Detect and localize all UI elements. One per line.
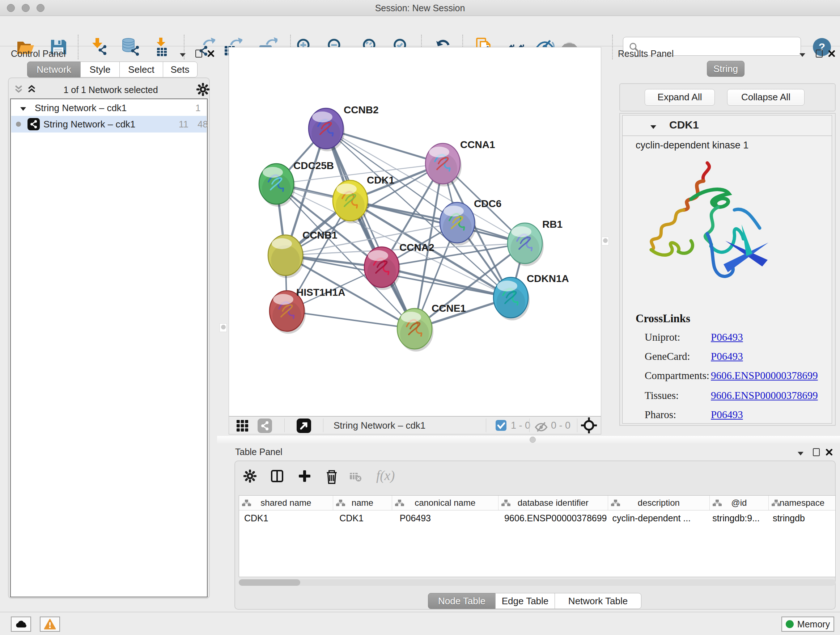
table-hscrollbar-thumb[interactable] bbox=[239, 579, 300, 586]
network-node-ccnb1[interactable] bbox=[268, 235, 304, 278]
node-label-ccna1: CCNA1 bbox=[460, 139, 495, 150]
tab-network[interactable]: Network bbox=[27, 62, 81, 78]
crosslink-pharos-link[interactable]: P06493 bbox=[711, 409, 743, 421]
network-node-ccna2[interactable] bbox=[364, 247, 401, 290]
control-panel-close-icon[interactable] bbox=[208, 50, 214, 57]
status-bar bbox=[0, 612, 840, 635]
cell-description[interactable]: cyclin-dependent ... bbox=[607, 510, 707, 526]
selected-checkbox-icon[interactable] bbox=[496, 420, 507, 431]
table-panel-menu-icon[interactable] bbox=[798, 450, 804, 454]
automation-cloud-button[interactable] bbox=[11, 616, 31, 632]
result-gene-name[interactable]: CDK1 bbox=[669, 119, 699, 131]
results-panel-title: Results Panel bbox=[618, 49, 674, 59]
tab-network-table[interactable]: Network Table bbox=[554, 593, 641, 609]
control-panel-float-icon[interactable] bbox=[195, 50, 202, 57]
toolbar-separator bbox=[612, 35, 613, 59]
tree-root-label[interactable]: String Network – cdk1 bbox=[35, 100, 126, 116]
control-panel-tabs: Network Style Select Sets bbox=[27, 62, 197, 78]
crosslink-label: GeneCard: bbox=[645, 350, 690, 363]
table-options-gear-icon[interactable] bbox=[243, 469, 257, 483]
import-network-from-database-icon[interactable] bbox=[120, 37, 140, 57]
network-node-cdc6[interactable] bbox=[440, 203, 476, 245]
network-edge[interactable] bbox=[326, 128, 415, 329]
table-hscrollbar-track[interactable] bbox=[239, 579, 836, 586]
tree-child-label[interactable]: String Network – cdk1 bbox=[43, 116, 135, 133]
network-node-cdkn1a[interactable] bbox=[493, 277, 530, 320]
current-network-title: String Network – cdk1 bbox=[333, 416, 425, 434]
column-header[interactable]: database identifier bbox=[499, 496, 608, 510]
cdk1-collapse-icon[interactable] bbox=[651, 124, 656, 127]
network-view-type-icon[interactable] bbox=[257, 418, 272, 433]
splitter-dot-icon bbox=[530, 437, 536, 443]
tab-sets[interactable]: Sets bbox=[163, 62, 197, 78]
show-columns-icon[interactable] bbox=[271, 470, 284, 483]
delete-column-icon[interactable] bbox=[325, 469, 339, 484]
cell-shared-name[interactable]: CDK1 bbox=[239, 510, 332, 526]
node-label-ccne1: CCNE1 bbox=[431, 302, 466, 314]
column-header[interactable]: description bbox=[608, 496, 710, 510]
results-panel-float-icon[interactable] bbox=[816, 50, 823, 57]
network-options-gear-icon[interactable] bbox=[196, 82, 210, 96]
results-panel-close-icon[interactable] bbox=[829, 50, 835, 57]
tree-child-node-count: 11 bbox=[179, 116, 188, 133]
window-title: Session: New Session bbox=[0, 0, 840, 16]
column-header[interactable]: shared name bbox=[239, 496, 333, 510]
network-canvas-frame: CCNB2CCNA1CDC25BCDK1CDC6RB1CCNB1CCNA2CDK… bbox=[229, 47, 601, 416]
memory-label: Memory bbox=[797, 619, 830, 630]
node-label-rb1: RB1 bbox=[542, 219, 562, 230]
network-node-ccna1[interactable] bbox=[425, 143, 462, 187]
cell-canonical-name[interactable]: P06493 bbox=[395, 510, 499, 526]
table-panel-close-icon[interactable] bbox=[826, 449, 832, 455]
network-edge[interactable] bbox=[287, 311, 415, 329]
table-panel-float-icon[interactable] bbox=[813, 448, 820, 456]
column-header[interactable]: name bbox=[333, 496, 392, 510]
network-node-rb1[interactable] bbox=[508, 223, 544, 266]
network-node-ccne1[interactable] bbox=[397, 309, 433, 352]
warnings-button[interactable] bbox=[40, 616, 60, 632]
horizontal-splitter[interactable] bbox=[217, 436, 840, 443]
crosslink-label: Compartments: bbox=[645, 370, 709, 382]
import-network-icon[interactable] bbox=[88, 37, 108, 57]
column-header[interactable]: @id bbox=[710, 496, 769, 510]
crosslink-genecard-link[interactable]: P06493 bbox=[711, 350, 743, 363]
expand-all-networks-icon[interactable] bbox=[27, 85, 36, 93]
hidden-eye-icon[interactable] bbox=[535, 421, 548, 432]
collapse-all-networks-icon[interactable] bbox=[14, 85, 23, 93]
tab-string[interactable]: String bbox=[707, 61, 745, 77]
crosslink-compartments-link[interactable]: 9606.ENSP00000378699 bbox=[711, 370, 818, 382]
tab-select[interactable]: Select bbox=[119, 62, 163, 78]
column-header[interactable]: canonical name bbox=[392, 496, 499, 510]
network-node-ccnb2[interactable] bbox=[309, 108, 345, 151]
memory-button[interactable]: Memory bbox=[782, 616, 834, 632]
cell-database-identifier[interactable]: 9606.ENSP00000378699 bbox=[499, 510, 607, 526]
tab-node-table[interactable]: Node Table bbox=[428, 593, 496, 609]
tab-style[interactable]: Style bbox=[80, 62, 120, 78]
grid-view-icon[interactable] bbox=[236, 419, 249, 432]
collapse-all-button[interactable]: Collapse All bbox=[727, 89, 805, 106]
tab-edge-table[interactable]: Edge Table bbox=[495, 593, 555, 609]
control-panel-menu-icon[interactable] bbox=[180, 52, 186, 55]
cell-id[interactable]: stringdb:9... bbox=[707, 510, 767, 526]
protein-structure-image bbox=[633, 152, 782, 295]
tree-expand-icon[interactable] bbox=[20, 106, 26, 109]
results-panel-menu-icon[interactable] bbox=[799, 52, 805, 55]
import-table-icon[interactable] bbox=[151, 37, 171, 57]
cell-namespace[interactable]: stringdb bbox=[767, 510, 835, 526]
add-column-icon[interactable] bbox=[298, 470, 311, 483]
crosslink-tissues-link[interactable]: 9606.ENSP00000378699 bbox=[711, 390, 818, 402]
crosshair-icon[interactable] bbox=[581, 417, 597, 433]
cell-name[interactable]: CDK1 bbox=[332, 510, 395, 526]
birdseye-view-icon[interactable] bbox=[297, 418, 311, 433]
main-toolbar: ? bbox=[0, 16, 840, 46]
expand-all-button[interactable]: Expand All bbox=[645, 89, 715, 106]
table-header-row: shared name name canonical name database… bbox=[239, 496, 835, 510]
crosslink-label: Pharos: bbox=[645, 409, 676, 421]
table-row[interactable]: CDK1 CDK1 P06493 9606.ENSP00000378699 cy… bbox=[239, 510, 835, 526]
table-panel-tabs: Node Table Edge Table Network Table bbox=[428, 593, 641, 609]
crosslink-label: Uniprot: bbox=[645, 331, 680, 343]
status-separator bbox=[529, 418, 530, 432]
column-header[interactable]: namespace bbox=[769, 496, 835, 510]
network-node-cdk1[interactable] bbox=[333, 180, 369, 223]
crosslink-uniprot-link[interactable]: P06493 bbox=[711, 331, 743, 343]
network-canvas[interactable]: CCNB2CCNA1CDC25BCDK1CDC6RB1CCNB1CCNA2CDK… bbox=[229, 48, 601, 416]
